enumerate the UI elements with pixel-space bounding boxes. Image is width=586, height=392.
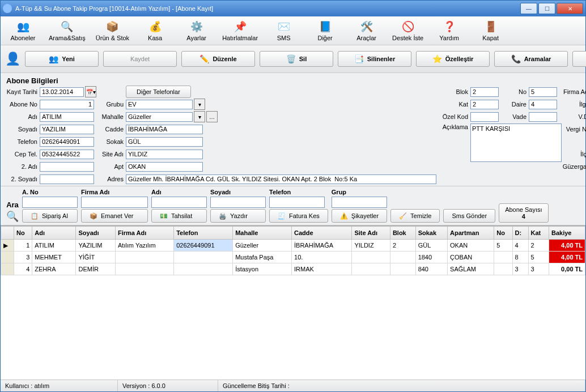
- no-input[interactable]: [529, 87, 557, 97]
- s-adi-input[interactable]: [151, 197, 207, 208]
- siparis-al-button[interactable]: 📋 Sipariş Al: [22, 209, 78, 223]
- close-button[interactable]: ✕: [557, 3, 583, 14]
- yazdir-button[interactable]: 🖨️ Yazdır: [210, 209, 266, 223]
- kayit-tarihi-input[interactable]: [40, 87, 84, 97]
- blok-input[interactable]: [470, 87, 499, 97]
- soyadi-input[interactable]: [40, 125, 94, 134]
- table-row[interactable]: ▶1ATILIMYAZILIMAtılım Yazılım02626449091…: [1, 240, 585, 252]
- toolbar-aboneler[interactable]: 👥Aboneler: [5, 19, 41, 42]
- lbl-grubu: Grubu: [101, 101, 125, 108]
- minimize-button[interactable]: —: [520, 3, 537, 14]
- lbl-adres: Adres: [101, 176, 125, 182]
- cep-input[interactable]: [40, 150, 94, 159]
- ozelkod-input[interactable]: [470, 112, 499, 122]
- grubu-select[interactable]: [126, 100, 193, 109]
- lbl-soyadi: Soyadı: [6, 126, 39, 133]
- kat-input[interactable]: [470, 100, 499, 109]
- section-title: Abone Bilgileri: [6, 76, 580, 85]
- lbl-aciklama: Açıklama: [441, 123, 469, 130]
- lbl-adi: Adı: [6, 113, 39, 120]
- s-telefon-input[interactable]: [269, 197, 325, 208]
- kaydet-button[interactable]: Kaydet: [103, 51, 177, 67]
- toolbar-icon: ❓: [443, 20, 456, 33]
- search-title: Ara: [6, 201, 19, 209]
- yeni-button[interactable]: 👥Yeni: [25, 51, 99, 67]
- lbl-s-telefon: Telefon: [269, 189, 328, 195]
- window-title: A-Tüp && Su Abone Takip Progra [10014-At…: [15, 5, 520, 12]
- maximize-button[interactable]: ☐: [538, 3, 555, 14]
- toolbar-rnstok[interactable]: 📦Ürün & Stok: [94, 19, 131, 42]
- temizle-button[interactable]: 🧹 Temizle: [390, 209, 440, 223]
- s-ano-input[interactable]: [22, 197, 78, 208]
- toolbar-kapat[interactable]: 🚪Kapat: [473, 19, 508, 42]
- lbl-abone-no: Abone No: [6, 101, 39, 108]
- toolbar-aralar[interactable]: 🛠️Araçlar: [349, 19, 384, 42]
- mahalle-dd-icon[interactable]: ▾: [194, 111, 205, 122]
- lbl-kayit-tarihi: Kayıt Tarihi: [6, 88, 39, 95]
- abone-sayisi-box: Abone Sayısı4: [499, 203, 548, 223]
- lbl-apt: Apt: [101, 163, 125, 170]
- toolbar-hatrlatmalar[interactable]: 📌Hatırlatmalar: [220, 19, 260, 42]
- tahsilat-button[interactable]: 💵 Tahsilat: [151, 209, 207, 223]
- mahalle-more-icon[interactable]: …: [206, 111, 218, 122]
- toolbar-kasa[interactable]: 💰Kasa: [137, 19, 173, 42]
- sokak-input[interactable]: [126, 137, 203, 147]
- sikayetler-button[interactable]: ⚠️ Şikayetler: [332, 209, 387, 223]
- titlebar: A-Tüp && Su Abone Takip Progra [10014-At…: [1, 1, 585, 16]
- lbl-telefon: Telefon: [6, 138, 39, 145]
- emanet-ver-button[interactable]: 📦 Emanet Ver: [81, 209, 148, 223]
- lbl-soyadi2: 2. Soyadı: [6, 176, 39, 182]
- toolbar-yardm[interactable]: ❓Yardım: [431, 19, 467, 42]
- daire-input[interactable]: [529, 100, 557, 109]
- toolbar-icon: ✉️: [277, 20, 291, 33]
- toolbar-icon: 🚪: [484, 20, 498, 33]
- toolbar-aramasat[interactable]: 🔍Arama&Satış: [46, 19, 88, 42]
- lbl-no: No: [507, 88, 528, 95]
- soyadi2-input[interactable]: [40, 174, 94, 184]
- abone-no-input[interactable]: [40, 100, 94, 109]
- table-row[interactable]: 3MEHMETYİĞİTMustafa Paşa10.1840ÇOBAN854,…: [1, 252, 585, 263]
- form-area: Abone Bilgileri Kayıt Tarihi 📅▾ Abone No…: [1, 73, 585, 186]
- duzenle-button[interactable]: ✏️Düzenle: [181, 51, 255, 67]
- adi-input[interactable]: [40, 112, 94, 122]
- toolbar-icon: 💰: [148, 20, 162, 33]
- lbl-s-ano: A. No: [22, 189, 78, 195]
- lbl-vd: V.D.: [562, 113, 586, 120]
- toolbar-icon: 📌: [233, 20, 247, 33]
- lbl-ozelkod: Özel Kod: [441, 113, 469, 120]
- adres-input[interactable]: [126, 174, 436, 184]
- telefon-input[interactable]: [40, 137, 94, 147]
- lbl-cep: Cep Tel.: [6, 151, 39, 157]
- aciklama-input[interactable]: PTT KARŞISI: [470, 123, 562, 162]
- data-grid[interactable]: NoAdıSoyadıFirma AdıTelefonMahalleCaddeS…: [1, 225, 585, 380]
- lbl-firma: Firma Adı: [562, 88, 586, 95]
- apt-input[interactable]: [126, 162, 203, 172]
- vade-input[interactable]: [529, 112, 557, 122]
- s-firma-input[interactable]: [81, 197, 148, 208]
- fatura-kes-button[interactable]: 🧾 Fatura Kes: [269, 209, 328, 223]
- table-row[interactable]: 4ZEHRADEMİRİstasyonIRMAK840SAĞLAM330,00 …: [1, 263, 585, 275]
- sms-gonder-button[interactable]: Sms Gönder: [443, 209, 495, 223]
- ozellestir-button[interactable]: ⭐Özelleştir: [416, 51, 490, 67]
- lbl-sokak: Sokak: [101, 138, 125, 145]
- raporlar-button[interactable]: 📄Raporlar: [572, 51, 586, 67]
- date-picker-icon[interactable]: 📅▾: [85, 86, 96, 97]
- aramalar-button[interactable]: 📞Aramalar: [494, 51, 568, 67]
- diger-telefonlar-button[interactable]: Diğer Telefonlar: [126, 86, 191, 98]
- s-grup-input[interactable]: [332, 197, 387, 208]
- adi2-input[interactable]: [40, 162, 94, 172]
- lbl-mahalle: Mahalle: [101, 113, 125, 120]
- lbl-adi2: 2. Adı: [6, 163, 39, 170]
- toolbar-destekiste[interactable]: 🚫Destek İste: [390, 19, 426, 42]
- grubu-dd-icon[interactable]: ▾: [194, 99, 205, 110]
- sil-button[interactable]: 🗑️Sil: [260, 51, 333, 67]
- s-soyadi-input[interactable]: [210, 197, 266, 208]
- cadde-input[interactable]: [126, 125, 203, 134]
- mahalle-select[interactable]: [126, 112, 193, 122]
- toolbar-dier[interactable]: 📘Diğer: [307, 19, 343, 42]
- toolbar-sms[interactable]: ✉️SMS: [266, 19, 302, 42]
- lbl-blok: Blok: [441, 88, 469, 95]
- toolbar-ayarlar[interactable]: ⚙️Ayarlar: [179, 19, 214, 42]
- site-input[interactable]: [126, 150, 203, 159]
- silinenler-button[interactable]: 📑Silinenler: [338, 51, 411, 67]
